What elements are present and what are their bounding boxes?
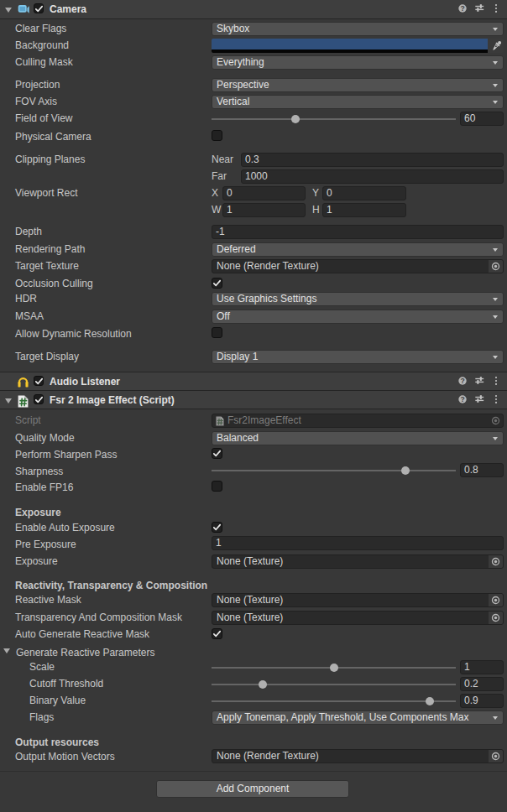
svg-text:?: ? [461, 395, 465, 403]
svg-text:?: ? [461, 377, 465, 385]
svg-text:?: ? [461, 4, 465, 13]
